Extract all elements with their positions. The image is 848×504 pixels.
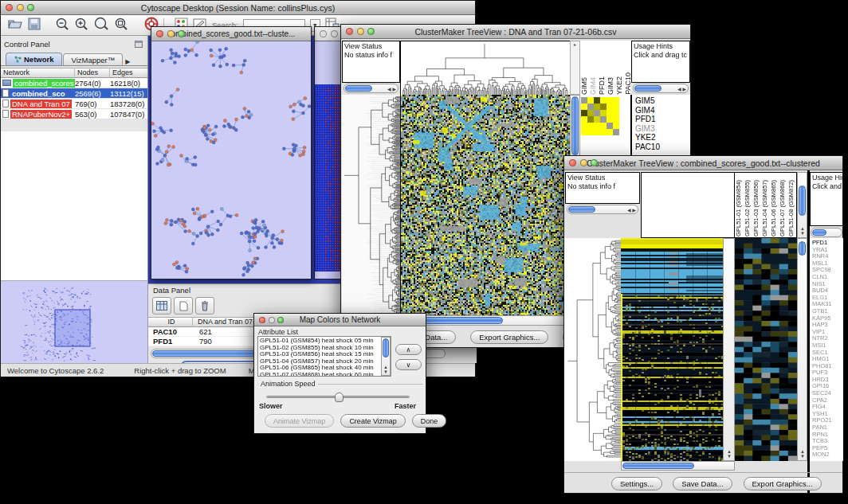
tv2-zoom-heatmap[interactable] <box>735 238 797 461</box>
zoom-button[interactable] <box>591 159 598 166</box>
treeview1-titlebar[interactable]: ClusterMaker TreeView : DNA and Tran 07-… <box>341 25 690 39</box>
attribute-list[interactable]: GPL51-01 (GSM854) heat shock 05 minGPL51… <box>257 336 391 377</box>
minimize-button[interactable] <box>269 317 275 323</box>
tv2-save-data-button[interactable]: Save Data... <box>673 477 732 490</box>
tv1-column-label[interactable]: PAC10 <box>624 72 631 95</box>
close-button[interactable] <box>346 28 353 35</box>
zoom-button[interactable] <box>178 30 185 37</box>
tv2-detail-vscrollbar[interactable]: ▲▼ <box>797 238 807 461</box>
gene-label[interactable]: GIM4 <box>635 106 690 115</box>
tv2-heatmap[interactable] <box>621 238 723 461</box>
tv2-column-label[interactable]: GPL51-04 (GSM857) <box>761 180 769 236</box>
zoom-button[interactable] <box>367 28 375 35</box>
zoom-fit-icon[interactable] <box>93 17 109 34</box>
zoom-selected-icon[interactable] <box>114 17 128 34</box>
tv1-status-scrollbar[interactable]: ◀ ▶ <box>344 84 398 93</box>
zoom-button[interactable] <box>27 4 34 11</box>
tv2-gene-list[interactable]: PFD1YRA1RNR4MSL1SPC98CLN1NIS1BUD4ELG1MAK… <box>810 238 843 461</box>
slider-thumb[interactable] <box>335 393 344 402</box>
minimize-button[interactable] <box>167 30 175 37</box>
network-row[interactable]: DNA and Tran 07769(0)183728(0) <box>1 99 147 109</box>
tv2-hscrollbar[interactable] <box>621 461 735 471</box>
network-window-1-titlebar[interactable]: combined_scores_good.txt--cluste... <box>151 27 311 41</box>
close-button[interactable] <box>6 4 13 11</box>
tv2-column-label[interactable]: GPL51-03 (GSM856) <box>752 180 760 236</box>
matrix-cell <box>594 104 600 110</box>
zoom-out-icon[interactable] <box>55 17 69 34</box>
attribute-item[interactable]: GPL51-07 (GSM868) heat shock 60 min <box>260 372 391 377</box>
network-view-canvas[interactable] <box>151 41 311 279</box>
attribute-list-scrollbar[interactable]: ▲▼ <box>381 337 391 376</box>
matrix-cell <box>613 97 619 104</box>
attribute-select-icon[interactable] <box>152 297 171 315</box>
tv2-column-label[interactable]: GPL51-08 (GSM872) <box>787 180 795 236</box>
tv2-status-scrollbar[interactable]: ◀ ▶ <box>567 205 638 214</box>
network-row[interactable]: RNAPuberNov2+563(0)107847(0) <box>1 109 147 119</box>
matrix-cell <box>594 123 600 129</box>
tv2-settings-button[interactable]: Settings... <box>611 477 662 490</box>
gene-label[interactable]: GIM5 <box>635 96 690 106</box>
tv1-column-label[interactable]: GIM3 <box>607 77 614 95</box>
tv1-row-dendrogram[interactable] <box>342 95 400 315</box>
delete-attribute-icon[interactable] <box>195 297 214 315</box>
new-attribute-icon[interactable] <box>174 297 193 315</box>
tv1-column-label[interactable]: GIM5 <box>580 77 588 95</box>
close-button[interactable] <box>569 159 576 166</box>
close-button[interactable] <box>259 317 265 323</box>
tv1-similarity-matrix[interactable] <box>581 97 619 135</box>
close-button[interactable] <box>156 30 163 37</box>
tab-overflow-arrow[interactable]: ▶ <box>125 58 130 65</box>
minimize-button[interactable] <box>17 4 24 11</box>
tv2-column-label[interactable]: GPL51-07 (GSM868) <box>779 180 787 236</box>
gene-label[interactable]: MON2 <box>812 451 843 459</box>
map-dialog-titlebar[interactable]: Map Colors to Network <box>254 314 426 326</box>
main-window-title: Cytoscape Desktop (Session Name: collins… <box>1 3 475 13</box>
save-icon[interactable] <box>28 18 41 33</box>
treeview2-titlebar[interactable]: ClusterMaker TreeView : combined_scores_… <box>564 156 842 170</box>
gene-label[interactable]: GIM3 <box>635 124 690 134</box>
network-row[interactable]: combined_scores2764(0)16218(0) <box>1 78 147 88</box>
faster-label: Faster <box>395 402 416 410</box>
tv2-column-dendrogram-area[interactable] <box>641 172 735 238</box>
matrix-cell <box>600 123 607 129</box>
minimize-button[interactable] <box>357 28 364 35</box>
tv2-labels-vscrollbar[interactable]: ▲▼ <box>797 172 807 238</box>
gene-label[interactable]: PFD1 <box>635 115 690 124</box>
open-folder-icon[interactable] <box>7 18 23 33</box>
network-row[interactable]: combined_sco2569(6)13112(15) <box>1 88 147 99</box>
move-down-button[interactable]: ∨ <box>395 359 422 370</box>
tv1-heatmap[interactable] <box>400 95 570 315</box>
create-vizmap-button[interactable]: Create Vizmap <box>340 414 405 428</box>
tv2-row-dendrogram[interactable] <box>564 238 621 461</box>
birdseye-view[interactable] <box>1 281 147 363</box>
float-panel-icon[interactable] <box>135 37 143 51</box>
matrix-cell <box>613 116 619 123</box>
tv2-column-label[interactable]: GPL51-01 (GSM854) <box>735 180 743 236</box>
done-button[interactable]: Done <box>412 414 447 428</box>
tv2-heatmap-vscrollbar[interactable]: ▲▼ <box>723 238 735 461</box>
zoom-button[interactable] <box>277 317 284 323</box>
tv1-column-label[interactable]: PFD1 <box>598 76 606 95</box>
tv2-column-label[interactable]: GPL51-06 (GSM865) <box>770 180 778 236</box>
tv1-col-scroll-sliver[interactable]: ▸ <box>570 41 580 95</box>
main-window-titlebar[interactable]: Cytoscape Desktop (Session Name: collins… <box>1 1 475 15</box>
minimize-button[interactable] <box>580 159 587 166</box>
tv1-column-dendrogram[interactable] <box>400 41 571 96</box>
gene-label[interactable]: PAC10 <box>635 143 690 152</box>
tv2-hints-scrollbar[interactable] <box>811 228 842 237</box>
zoom-in-icon[interactable] <box>74 17 88 34</box>
tv1-export-graphics-button[interactable]: Export Graphics... <box>470 330 548 344</box>
move-up-button[interactable]: ∧ <box>395 344 422 355</box>
tv2-export-graphics-button[interactable]: Export Graphics... <box>744 477 822 490</box>
animate-vizmap-button[interactable]: Animate Vizmap <box>265 414 334 428</box>
gene-label[interactable]: YKE2 <box>635 133 690 143</box>
animation-speed-slider[interactable] <box>266 396 410 398</box>
close-button[interactable] <box>320 30 327 37</box>
minimize-button[interactable] <box>331 30 338 37</box>
tv1-column-label[interactable]: GIM4 <box>589 77 597 95</box>
tv2-column-label[interactable]: GPL51-02 (GSM855) <box>744 180 752 236</box>
tab-vizmapper[interactable]: VizMapper™ <box>63 53 123 65</box>
tv1-hints-scrollbar[interactable]: ◀ ▶ <box>633 84 689 93</box>
tv1-column-label[interactable]: YKE2 <box>615 76 623 95</box>
tab-network[interactable]: Network <box>6 53 62 65</box>
